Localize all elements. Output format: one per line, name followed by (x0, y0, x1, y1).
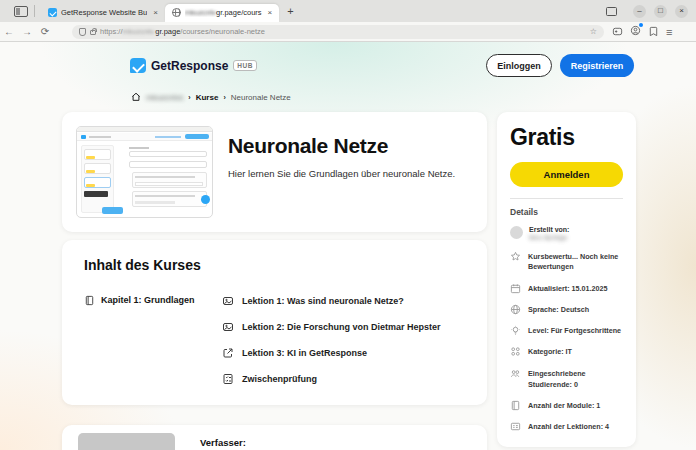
detail-text: Kursbewertu... Noch keine Bewertungen (528, 252, 623, 274)
lessons-icon (510, 421, 521, 432)
breadcrumb-current: Neuronale Netze (231, 93, 291, 102)
details-heading: Details (510, 207, 623, 217)
shield-icon[interactable] (79, 28, 86, 36)
external-link-icon (222, 347, 234, 359)
chapter-item[interactable]: Kapitel 1: Grundlagen (84, 295, 222, 385)
divider (510, 198, 623, 199)
tab-separator (34, 5, 35, 17)
breadcrumb: mkuzcnlvs › Kurse › Neuronale Netze (131, 92, 291, 102)
new-tab-button[interactable]: + (287, 5, 293, 17)
thumbnail-line (89, 136, 111, 138)
avatar (510, 226, 523, 239)
bookmark-star-icon[interactable]: ☆ (590, 27, 597, 36)
thumbnail-chat-bubble (201, 195, 210, 204)
course-subtitle: Hier lernen Sie die Grundlagen über neur… (228, 168, 455, 179)
maximize-button[interactable]: □ (654, 5, 667, 18)
detail-category: Kategorie: IT (510, 347, 623, 358)
price-label: Gratis (510, 124, 623, 151)
lightbulb-icon (510, 325, 521, 336)
tab-course-page[interactable]: mkuzcnlvgr.page/cours × (165, 4, 279, 22)
close-button[interactable]: × (675, 5, 688, 18)
minimize-button[interactable]: – (633, 5, 646, 18)
category-icon (510, 346, 521, 357)
tab-title: GetResponse Website Bu (61, 8, 147, 17)
author-image-placeholder (78, 433, 175, 450)
thumbnail-toolbar-line (135, 176, 195, 178)
window-icon[interactable] (606, 7, 617, 16)
back-icon[interactable]: ← (0, 26, 18, 37)
detail-level: Level: Für Fortgeschrittene (510, 326, 623, 337)
lesson-item[interactable]: Zwischenprüfung (222, 373, 441, 385)
menu-icon[interactable]: ≡ (666, 26, 672, 38)
breadcrumb-site-name[interactable]: mkuzcnlvs (146, 93, 183, 102)
thumbnail-chip (86, 184, 95, 187)
account-icon[interactable] (630, 25, 641, 38)
course-thumbnail (76, 126, 213, 218)
thumbnail-editor-block (132, 191, 207, 207)
login-button[interactable]: Einloggen (486, 54, 552, 77)
thumbnail-link-line (155, 136, 181, 138)
tab-getresponse-builder[interactable]: GetResponse Website Bu × (41, 4, 165, 22)
getresponse-logo-icon (130, 58, 146, 73)
sidebar: Gratis Anmelden Details Erstellt von: Mn… (497, 112, 636, 447)
detail-lessons: Anzahl der Lektionen: 4 (510, 422, 623, 433)
header-actions: Einloggen Registrieren (486, 54, 634, 77)
detail-text: Aktualisiert: 15.01.2025 (528, 284, 608, 295)
created-by-label: Erstellt von: (529, 226, 569, 233)
content-body: Kapitel 1: Grundlagen Lektion 1: Was sin… (84, 295, 465, 385)
browser-toolbar-icons: ≡ (612, 25, 682, 38)
home-icon[interactable] (131, 92, 141, 102)
page-background: GetResponse HUB Einloggen Registrieren m… (0, 42, 696, 450)
library-icon[interactable] (648, 26, 659, 37)
tab-title-domain: gr.page/cours (216, 8, 261, 17)
star-icon (510, 251, 521, 262)
breadcrumb-kurse[interactable]: Kurse (196, 93, 219, 102)
redacted-subdomain: mkuzcnlv (185, 8, 216, 17)
lesson-item[interactable]: Lektion 1: Was sind neuronale Netze? (222, 295, 441, 307)
thumbnail-label-line (129, 147, 149, 149)
extension-icon[interactable] (612, 26, 623, 37)
tab-close-icon[interactable]: × (266, 8, 273, 17)
thumbnail-titlebar (77, 127, 213, 132)
thumbnail-field (135, 182, 203, 186)
main-column: Neuronale Netze Hier lernen Sie die Grun… (62, 112, 487, 450)
lock-icon[interactable] (90, 30, 96, 35)
lesson-label: Lektion 3: KI in GetResponse (242, 348, 367, 358)
tab-close-icon[interactable]: × (151, 8, 158, 17)
thumbnail-select (129, 161, 207, 168)
detail-text: Level: Für Fortgeschrittene (528, 326, 621, 337)
browser-navbar: ← → ⟳ https://mkuzcnlv.gr.page/courses/n… (0, 22, 696, 42)
students-icon (510, 368, 521, 379)
chapter-label: Kapitel 1: Grundlagen (101, 295, 195, 305)
detail-text: Kategorie: IT (528, 347, 572, 358)
thumbnail-input (129, 151, 207, 157)
course-header-card: Neuronale Netze Hier lernen Sie die Grun… (62, 112, 487, 232)
quiz-icon (222, 373, 234, 385)
calendar-icon (510, 283, 521, 294)
course-content-card: Inhalt des Kurses Kapitel 1: Grundlagen … (62, 240, 487, 405)
thumbnail-button (185, 134, 209, 139)
enroll-button[interactable]: Anmelden (510, 162, 623, 187)
detail-language: Sprache: Deutsch (510, 305, 623, 316)
forward-icon[interactable]: → (18, 26, 36, 37)
image-icon (222, 321, 234, 333)
url-domain: gr.page (155, 27, 180, 36)
lesson-item[interactable]: Lektion 3: KI in GetResponse (222, 347, 441, 359)
url-bar[interactable]: https://mkuzcnlv.gr.page/courses/neurona… (72, 25, 604, 39)
lesson-item[interactable]: Lektion 2: Die Forschung von Dietmar Hep… (222, 321, 441, 333)
author-card: Verfasser: (62, 425, 487, 450)
getresponse-logo[interactable]: GetResponse HUB (130, 58, 257, 73)
created-by-name: Mnx Bzrtlqw (529, 234, 569, 241)
thumbnail-logo (81, 135, 86, 139)
created-by: Erstellt von: Mnx Bzrtlqw (529, 226, 569, 241)
firefox-view-icon[interactable] (14, 6, 28, 17)
thumbnail-blue-button (102, 207, 123, 214)
detail-updated: Aktualisiert: 15.01.2025 (510, 284, 623, 295)
register-button[interactable]: Registrieren (560, 54, 634, 77)
reload-icon[interactable]: ⟳ (36, 26, 54, 37)
lesson-label: Lektion 2: Die Forschung von Dietmar Hep… (242, 322, 441, 332)
globe-icon (510, 304, 521, 315)
detail-text: Anzahl der Lektionen: 4 (528, 422, 609, 433)
detail-rating: Kursbewertu... Noch keine Bewertungen (510, 252, 623, 274)
author-label: Verfasser: (200, 437, 246, 448)
